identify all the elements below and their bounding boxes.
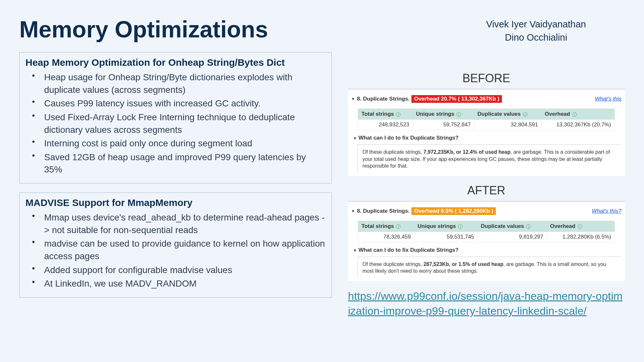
td-overhead: 1,282,280Kb (6.5%) [547,231,615,242]
fix-text: Of these duplicate strings, 287,523Kb, o… [358,257,621,279]
whats-this-link[interactable]: What's this? [592,208,621,214]
td-dup: 32,804,591 [474,120,542,130]
after-table: Total strings i Unique strings i Duplica… [358,221,615,242]
section-number: 8. [357,96,361,102]
info-icon: i [396,224,400,229]
info-icon: i [396,112,400,117]
section-title: Duplicate Strings. [363,208,410,214]
td-unique: 59,752,847 [413,120,474,130]
td-dup: 9,819,297 [477,231,547,242]
whats-this-link[interactable]: What's this [595,96,621,102]
overhead-badge: Overhead 20.7% ( 13,302,367Kb ) [411,95,502,103]
info-icon: i [457,112,461,117]
list-item: Heap usage for Onheap String/Byte dictio… [44,71,326,96]
before-table: Total strings i Unique strings i Duplica… [358,109,615,130]
td-total: 78,326,459 [358,231,414,242]
td-overhead: 13,302,367Kb (20.7%) [542,120,615,130]
author-2: Dino Occhialini [486,31,586,44]
th-unique: Unique strings i [413,109,474,120]
list-item: Interning cost is paid only once during … [44,137,326,150]
info-icon: i [572,112,577,117]
info-icon: i [578,224,582,229]
triangle-down-icon: ▼ [351,97,355,101]
authors: Vivek Iyer Vaidyanathan Dino Occhialini [486,18,586,44]
list-item: Causes P99 latency issues with increased… [44,97,326,110]
th-overhead: Overhead i [547,221,615,231]
page-title: Memory Optimizations [19,16,268,43]
info-icon: i [458,224,463,229]
before-panel: ▼ 8. Duplicate Strings. Overhead 20.7% (… [348,89,625,176]
fix-header: ▼ What can I do to fix Duplicate Strings… [353,135,621,141]
overhead-badge: Overhead 6.5% ( 1,282,280Kb ) [411,207,496,215]
triangle-down-icon: ▼ [351,209,355,213]
reference-link[interactable]: https://www.p99conf.io/session/java-heap… [348,290,622,317]
th-total: Total strings i [358,221,414,231]
info-icon: i [526,224,531,229]
triangle-down-icon: ▼ [353,136,357,141]
fix-header: ▼ What can I do to fix Duplicate Strings… [353,247,621,253]
td-unique: 59,531,745 [414,231,477,242]
list-item: Used Fixed-Array Lock Free Interning tec… [44,111,326,136]
author-1: Vivek Iyer Vaidyanathan [486,18,586,31]
list-item: Saved 12GB of heap usage and improved P9… [44,151,326,176]
box1-title: Heap Memory Optimization for Onheap Stri… [25,57,326,68]
before-label: BEFORE [348,72,625,85]
th-overhead: Overhead i [542,109,615,120]
list-item: Mmap uses device's read_ahead_kb to dete… [44,211,326,236]
list-item: Added support for configurable madvise v… [44,264,326,277]
section-title: Duplicate Strings. [363,96,410,102]
triangle-down-icon: ▼ [353,248,357,253]
list-item: madvise can be used to provide guidance … [44,238,326,262]
box-madvise: MADVISE Support for MmapMemory Mmap uses… [19,192,332,298]
td-total: 248,932,523 [358,120,412,130]
box2-title: MADVISE Support for MmapMemory [25,197,326,208]
section-number: 8. [357,208,361,214]
after-label: AFTER [348,184,625,197]
list-item: At LinkedIn, we use MADV_RANDOM [44,278,326,290]
th-dup: Duplicate values i [477,221,547,231]
th-dup: Duplicate values i [474,109,542,120]
box-heap-optimization: Heap Memory Optimization for Onheap Stri… [19,52,332,183]
th-total: Total strings i [358,109,412,120]
fix-text: Of these duplicate strings, 7,972,235Kb,… [358,144,621,173]
info-icon: i [523,112,527,117]
th-unique: Unique strings i [414,221,477,231]
after-panel: ▼ 8. Duplicate Strings. Overhead 6.5% ( … [348,201,625,281]
